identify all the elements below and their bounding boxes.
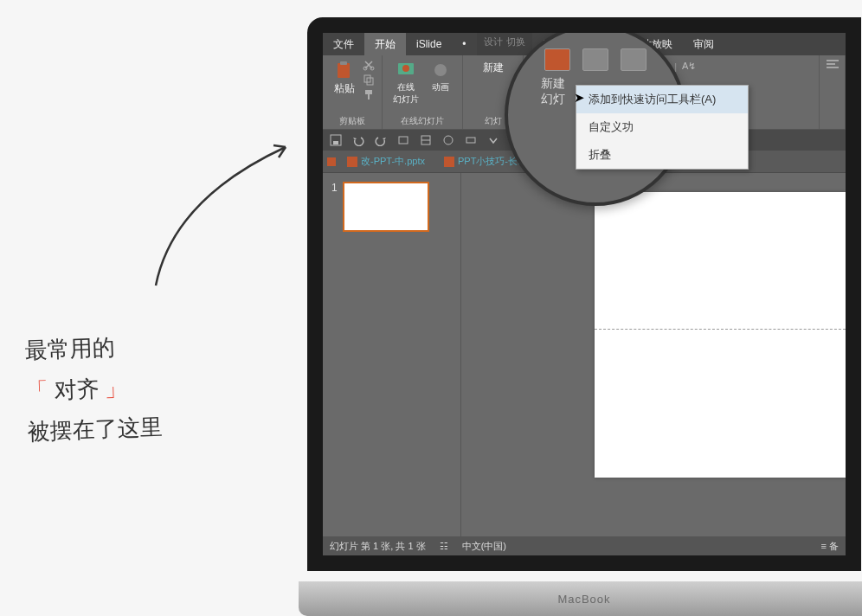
cursor-icon: ➤ [574,90,585,106]
anim-button[interactable]: 动画 [426,59,455,107]
mag-new-slide-icon [544,48,570,71]
win-icon[interactable] [326,157,337,167]
clear-format-icon[interactable]: A↯ [682,61,696,72]
thumbnail-panel[interactable]: 1 [323,173,461,536]
undo-icon[interactable] [352,134,364,146]
laptop-brand-label: MacBook [557,593,610,606]
qat-icon-4[interactable] [397,134,409,146]
notes-status-icon[interactable]: ☷ [440,541,448,552]
clipboard-small-icons [363,59,375,100]
online-slide-icon [395,61,417,80]
laptop-base: MacBook [299,581,862,616]
online-slide-button[interactable]: 在线 幻灯片 [389,59,422,107]
laptop-screen: 文件 开始 iSlide • 设计 切换 口袋动画 PA 幻灯片放映 审阅 [307,17,861,571]
clipboard-label: 剪贴板 [339,115,365,127]
annotation-line2: 「 对齐 」 [25,367,162,412]
online-slide-group: 在线 幻灯片 动画 在线幻灯片 [383,55,463,129]
svg-rect-21 [327,157,336,166]
qat-icon-5[interactable] [420,134,432,146]
handwritten-annotation: 最常用的 「 对齐 」 被摆在了这里 [24,326,164,452]
svg-rect-0 [338,63,350,78]
annotation-line1: 最常用的 [24,326,161,371]
status-right[interactable]: ≡ 备 [821,540,839,553]
arrow-annotation [138,130,312,303]
slide-count-status: 幻灯片 第 1 张, 共 1 张 [330,540,426,553]
tab-review[interactable]: 审阅 [683,33,724,55]
qat-icon-7[interactable] [465,134,477,146]
qat-dropdown-icon[interactable] [487,134,499,146]
new-slide-button[interactable]: 新建 [479,59,507,77]
ppt-file-icon [347,157,357,167]
thumbnail-preview[interactable] [343,182,429,232]
bracket-left: 「 [26,378,49,404]
slide-canvas-area[interactable] [461,173,846,536]
tab-islide[interactable]: iSlide [406,33,452,55]
status-bar: 幻灯片 第 1 张, 共 1 张 ☷ 中文(中国) ≡ 备 [323,536,846,555]
svg-rect-1 [340,61,347,65]
context-menu: 添加到快速访问工具栏(A) 自定义功 折叠 [576,85,749,170]
thumbnail-number: 1 [331,182,338,232]
redo-icon[interactable] [375,134,387,146]
language-status[interactable]: 中文(中国) [462,540,506,553]
ppt-file-icon [444,157,454,167]
paragraph-group-edge [820,55,846,129]
svg-rect-7 [368,94,370,99]
laptop-frame: 文件 开始 iSlide • 设计 切换 口袋动画 PA 幻灯片放映 审阅 [307,17,862,616]
tab-file[interactable]: 文件 [323,33,364,55]
thumbnail-item[interactable]: 1 [331,182,452,232]
menu-fold[interactable]: 折叠 [576,141,748,169]
align-icon[interactable] [826,59,839,71]
qat-icon-6[interactable] [442,134,454,146]
hidden-tabs-peek: 设计 切换 [477,33,532,55]
horizontal-guide [595,329,846,330]
bracket-right: 」 [104,375,127,401]
main-workspace: 1 [323,173,846,536]
svg-rect-15 [333,141,338,144]
paste-icon [333,61,356,80]
mag-section-icon [621,48,646,71]
svg-point-9 [402,65,409,72]
svg-point-10 [434,64,447,76]
svg-rect-23 [444,157,454,167]
cut-icon[interactable] [363,59,375,71]
copy-icon[interactable] [363,74,375,86]
format-painter-icon[interactable] [363,88,375,100]
tab-home[interactable]: 开始 [364,33,406,55]
annotation-word: 对齐 [54,376,100,403]
doc-tab-1[interactable]: 改-PPT-中.pptx [338,152,434,170]
anim-icon [429,61,452,80]
svg-rect-6 [365,90,372,94]
new-slide-label: 幻灯 [485,115,502,127]
online-slide-group-label: 在线幻灯片 [401,115,444,127]
svg-rect-20 [466,138,475,143]
svg-point-19 [444,136,453,144]
svg-rect-22 [347,157,357,167]
annotation-line3: 被摆在了这里 [27,407,164,452]
clipboard-group: 粘贴 剪贴板 [323,55,383,129]
menu-customize[interactable]: 自定义功 [576,113,748,141]
menu-add-to-qat[interactable]: 添加到快速访问工具栏(A) [576,86,748,113]
slide-canvas[interactable] [595,192,846,478]
tab-truncated[interactable]: • [452,33,476,55]
paste-button[interactable]: 粘贴 [330,59,359,98]
mag-layout-icon [582,48,608,71]
svg-rect-16 [399,137,408,144]
save-icon[interactable] [330,134,342,146]
